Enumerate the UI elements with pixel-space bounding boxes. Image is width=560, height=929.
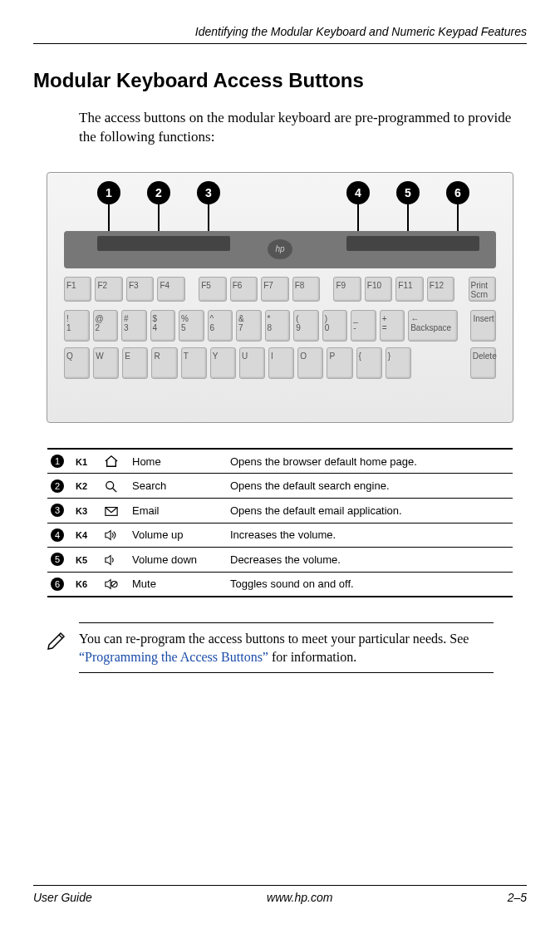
- key-9: (9: [293, 310, 319, 342]
- volume-up-icon: [104, 528, 119, 541]
- key-code: K5: [76, 555, 87, 565]
- table-row: 6 K6 Mute Toggles sound on and off.: [47, 572, 513, 597]
- key-code: K6: [76, 579, 87, 589]
- access-buttons-left-group: [97, 236, 230, 251]
- function-key-row: F1 F2 F3 F4 F5 F6 F7 F8 F9 F10 F11 F12 P…: [64, 277, 496, 302]
- button-name: Volume down: [129, 548, 227, 573]
- svg-line-1: [113, 489, 116, 492]
- callout-2: 2: [147, 181, 170, 204]
- keyboard-figure: 1 2 3 4 5 6 hp F1 F2 F3 F4 F5 F6 F7 F8 F…: [47, 172, 513, 423]
- search-icon: [104, 479, 119, 491]
- button-description: Opens the browser default home page.: [227, 449, 513, 474]
- key-equals: +=: [380, 310, 405, 342]
- key-7: &7: [236, 310, 262, 342]
- intro-paragraph: The access buttons on the modular keyboa…: [79, 109, 527, 147]
- button-description: Opens the default email application.: [227, 499, 513, 523]
- key-1: !1: [64, 310, 90, 342]
- key-p: P: [327, 347, 352, 379]
- callout-5: 5: [396, 181, 420, 204]
- key-e: E: [122, 347, 148, 379]
- button-description: Toggles sound on and off.: [227, 572, 513, 597]
- key-2: @2: [93, 310, 119, 342]
- page-footer: User Guide www.hp.com 2–5: [33, 885, 527, 904]
- home-icon: [104, 455, 119, 467]
- button-name: Search: [129, 474, 227, 499]
- key-r: R: [151, 347, 177, 379]
- button-description: Increases the volume.: [227, 523, 513, 548]
- section-title: Modular Keyboard Access Buttons: [33, 69, 527, 92]
- key-code: K1: [76, 457, 87, 467]
- key-f4: F4: [157, 277, 184, 302]
- callout-4: 4: [346, 181, 370, 204]
- row-number-badge: 6: [51, 578, 64, 591]
- key-f8: F8: [292, 277, 320, 302]
- key-f7: F7: [261, 277, 288, 302]
- key-5: %5: [179, 310, 204, 342]
- key-delete: Delete: [470, 347, 496, 379]
- key-6: ^6: [208, 310, 233, 342]
- key-code: K2: [76, 481, 87, 491]
- svg-line-4: [112, 582, 116, 587]
- button-name: Email: [129, 499, 227, 523]
- hp-logo-icon: hp: [268, 239, 292, 259]
- mute-icon: [104, 578, 119, 590]
- key-0: )0: [322, 310, 348, 342]
- table-row: 3 K3 Email Opens the default email appli…: [47, 499, 513, 523]
- button-name: Mute: [129, 572, 227, 597]
- key-f11: F11: [395, 277, 423, 302]
- volume-down-icon: [104, 553, 119, 565]
- row-number-badge: 4: [51, 528, 64, 542]
- key-backspace: ← Backspace: [408, 310, 458, 342]
- key-u: U: [239, 347, 265, 379]
- callout-1: 1: [97, 181, 120, 204]
- key-f1: F1: [64, 277, 91, 302]
- key-y: Y: [210, 347, 236, 379]
- key-3: #3: [121, 310, 147, 342]
- key-f3: F3: [126, 277, 154, 302]
- key-f6: F6: [230, 277, 258, 302]
- button-name: Volume up: [129, 523, 227, 548]
- key-code: K3: [76, 506, 87, 516]
- key-f9: F9: [333, 277, 361, 302]
- button-description: Opens the default search engine.: [227, 474, 513, 499]
- footer-center: www.hp.com: [267, 891, 332, 904]
- key-insert: Insert: [470, 310, 496, 342]
- note-text-pre: You can re-program the access buttons to…: [79, 632, 469, 646]
- note-text-post: for information.: [268, 650, 356, 664]
- svg-line-5: [59, 635, 62, 638]
- key-bracket-open: {: [356, 347, 382, 379]
- callout-3: 3: [197, 181, 220, 204]
- key-f10: F10: [365, 277, 392, 302]
- table-row: 2 K2 Search Opens the default search eng…: [47, 474, 513, 499]
- svg-point-0: [106, 482, 114, 489]
- key-minus: _-: [351, 310, 376, 342]
- footer-left: User Guide: [33, 891, 92, 904]
- key-o: O: [297, 347, 323, 379]
- key-f5: F5: [199, 277, 226, 302]
- row-number-badge: 2: [51, 479, 64, 493]
- pencil-note-icon: [46, 628, 69, 651]
- key-i: I: [268, 347, 294, 379]
- key-4: $4: [150, 310, 176, 342]
- key-code: K4: [76, 530, 87, 540]
- table-row: 4 K4 Volume up Increases the volume.: [47, 523, 513, 548]
- access-buttons-right-group: [346, 236, 479, 251]
- key-8: *8: [265, 310, 291, 342]
- access-buttons-table: 1 K1 Home Opens the browser default home…: [47, 448, 513, 597]
- key-w: W: [93, 347, 119, 379]
- footer-right: 2–5: [508, 891, 527, 904]
- row-number-badge: 5: [51, 553, 64, 566]
- running-header: Identifying the Modular Keyboard and Num…: [33, 25, 527, 44]
- button-description: Decreases the volume.: [227, 548, 513, 573]
- key-printscreen: Print Scrn: [469, 277, 496, 302]
- note-cross-reference-link[interactable]: “Programming the Access Buttons”: [79, 650, 268, 664]
- callout-6: 6: [446, 181, 469, 204]
- key-q: Q: [64, 347, 90, 379]
- key-f12: F12: [427, 277, 454, 302]
- table-row: 5 K5 Volume down Decreases the volume.: [47, 548, 513, 573]
- key-t: T: [181, 347, 207, 379]
- row-number-badge: 1: [51, 455, 64, 468]
- button-name: Home: [129, 449, 227, 474]
- number-key-row: !1 @2 #3 $4 %5 ^6 &7 *8 (9 )0 _- += ← Ba…: [64, 310, 496, 342]
- key-bracket-close: }: [386, 347, 411, 379]
